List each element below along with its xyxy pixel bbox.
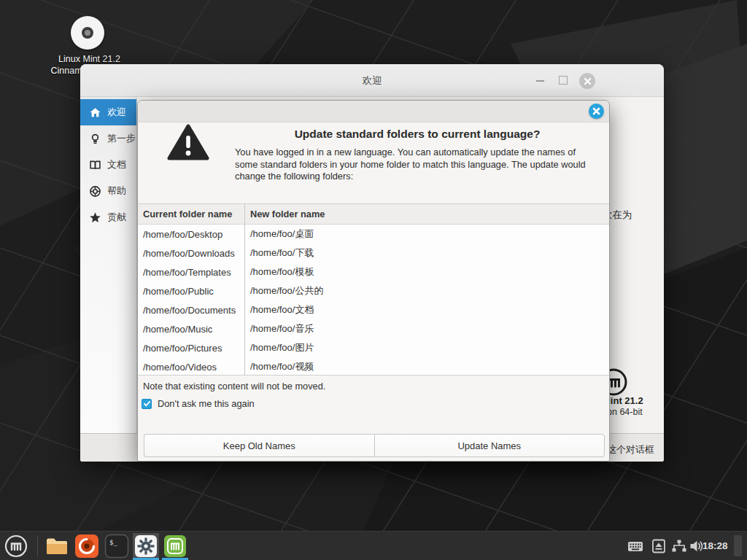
column-header-new: New folder name xyxy=(244,209,325,219)
cell-current: /home/foo/Desktop xyxy=(138,229,244,240)
cd-disc-icon xyxy=(71,16,104,50)
update-names-button[interactable]: Update Names xyxy=(374,434,605,457)
book-icon xyxy=(89,159,101,171)
check-icon xyxy=(143,400,151,408)
cell-current: /home/foo/Templates xyxy=(138,267,244,278)
cell-current: /home/foo/Documents xyxy=(138,305,244,316)
folders-table: Current folder name New folder name /hom… xyxy=(138,203,609,376)
close-icon xyxy=(584,77,592,85)
sidebar-item-label: 贡献 xyxy=(107,211,126,224)
table-row[interactable]: /home/foo/Videos /home/foo/视频 xyxy=(138,357,609,376)
cell-new: /home/foo/文档 xyxy=(244,303,314,316)
sidebar-item-documentation[interactable]: 文档 xyxy=(80,152,136,178)
firefox-icon xyxy=(74,534,99,559)
svg-text:$_: $_ xyxy=(109,539,117,546)
dont-ask-checkbox[interactable] xyxy=(142,399,152,409)
desktop: Linux Mint 21.2 Cinnamon 欢迎 欢迎 xyxy=(0,0,747,560)
taskbar-separator xyxy=(37,536,38,556)
sidebar-item-first-steps[interactable]: 第一步 xyxy=(80,125,136,152)
taskbar: $_ xyxy=(0,531,747,560)
table-row[interactable]: /home/foo/Pictures /home/foo/图片 xyxy=(138,338,609,357)
note-text: Note that existing content will not be m… xyxy=(143,381,325,392)
titlebar[interactable]: 欢迎 xyxy=(80,64,664,97)
file-manager-launcher[interactable] xyxy=(44,533,70,559)
window-title: 欢迎 xyxy=(80,74,664,88)
lightbulb-icon xyxy=(89,133,101,145)
network-tray-icon[interactable] xyxy=(671,538,687,554)
cell-new: /home/foo/公共的 xyxy=(244,284,323,298)
show-desktop-button[interactable] xyxy=(734,535,742,556)
sidebar-item-label: 文档 xyxy=(107,158,126,171)
mint-welcome-launcher[interactable] xyxy=(162,533,188,559)
close-icon xyxy=(592,107,600,115)
sidebar-item-label: 帮助 xyxy=(107,184,126,198)
column-header-current: Current folder name xyxy=(138,209,244,219)
cell-current: /home/foo/Pictures xyxy=(138,343,244,354)
gear-icon xyxy=(134,534,158,558)
mint-welcome-icon xyxy=(163,534,187,558)
sidebar-item-label: 第一步 xyxy=(107,132,136,145)
keep-old-names-button[interactable]: Keep Old Names xyxy=(144,434,374,457)
cell-current: /home/foo/Videos xyxy=(138,362,244,373)
table-row[interactable]: /home/foo/Desktop /home/foo/桌面 xyxy=(138,225,609,244)
terminal-launcher[interactable]: $_ xyxy=(104,533,130,559)
dont-ask-label: Don't ask me this again xyxy=(158,398,255,409)
dialog-header[interactable] xyxy=(138,101,609,122)
sidebar-item-label: 欢迎 xyxy=(107,106,126,119)
cell-new: /home/foo/下载 xyxy=(244,246,314,260)
sidebar-item-help[interactable]: 帮助 xyxy=(80,178,136,204)
firefox-launcher[interactable] xyxy=(74,533,100,559)
cell-new: /home/foo/视频 xyxy=(244,360,314,373)
table-row[interactable]: /home/foo/Downloads /home/foo/下载 xyxy=(138,244,609,262)
cell-current: /home/foo/Downloads xyxy=(138,248,244,259)
mint-menu-icon xyxy=(4,534,28,559)
table-row[interactable]: /home/foo/Documents /home/foo/文档 xyxy=(138,300,609,319)
mint-edition-fragment: on 64-bit xyxy=(607,407,643,417)
minimize-button[interactable] xyxy=(536,80,544,82)
keyboard-layout-tray-icon[interactable] xyxy=(627,538,643,554)
column-separator xyxy=(244,204,245,375)
home-icon xyxy=(89,106,101,119)
mint-menu-button[interactable] xyxy=(3,533,29,559)
table-row[interactable]: /home/foo/Music /home/foo/音乐 xyxy=(138,319,609,338)
taskbar-clock[interactable]: 18:28 xyxy=(703,540,735,551)
cell-new: /home/foo/图片 xyxy=(244,341,314,354)
cell-new: /home/foo/模板 xyxy=(244,265,314,279)
terminal-icon: $_ xyxy=(104,534,129,559)
sidebar: 欢迎 第一步 文档 xyxy=(80,97,137,433)
close-button[interactable] xyxy=(579,73,595,89)
sidebar-item-welcome[interactable]: 欢迎 xyxy=(80,99,136,125)
star-icon xyxy=(89,211,101,224)
table-row[interactable]: /home/foo/Public /home/foo/公共的 xyxy=(138,281,609,300)
sidebar-item-contribute[interactable]: 贡献 xyxy=(80,204,136,230)
removable-media-tray-icon[interactable] xyxy=(651,538,667,554)
dialog-body: You have logged in in a new language. Yo… xyxy=(235,147,594,183)
lifebuoy-icon xyxy=(89,185,101,198)
cell-new: /home/foo/桌面 xyxy=(244,228,314,241)
cell-current: /home/foo/Public xyxy=(138,286,244,297)
desktop-icon-label-line1: Linux Mint 21.2 xyxy=(22,53,157,65)
update-folders-dialog: Update standard folders to current langu… xyxy=(137,100,610,462)
settings-launcher[interactable] xyxy=(133,533,159,559)
warning-icon xyxy=(167,124,209,165)
footer-checkbox-label-fragment: 这个对话框 xyxy=(607,443,654,456)
table-header: Current folder name New folder name xyxy=(138,204,609,225)
folder-icon xyxy=(44,534,69,559)
cell-new: /home/foo/音乐 xyxy=(244,322,314,335)
table-row[interactable]: /home/foo/Templates /home/foo/模板 xyxy=(138,262,609,281)
cell-current: /home/foo/Music xyxy=(138,324,244,335)
dialog-title: Update standard folders to current langu… xyxy=(235,128,600,141)
maximize-button[interactable] xyxy=(559,76,568,85)
dialog-close-button[interactable] xyxy=(589,104,604,119)
